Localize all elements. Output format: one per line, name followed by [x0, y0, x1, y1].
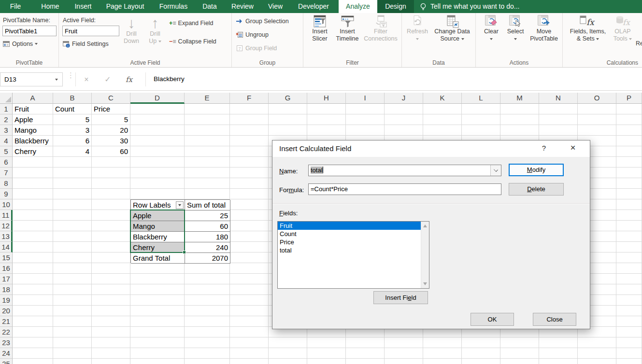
- row-header-9[interactable]: 9: [0, 189, 13, 199]
- pivot-row-label-3[interactable]: Blackberry: [131, 232, 185, 242]
- column-header-F[interactable]: F: [230, 93, 269, 104]
- cell-A5[interactable]: Cherry: [13, 146, 53, 157]
- row-header-3[interactable]: 3: [0, 125, 13, 136]
- name-combo[interactable]: total: [308, 165, 501, 176]
- row-header-18[interactable]: 18: [0, 284, 13, 295]
- listbox-scrollbar[interactable]: [421, 222, 429, 288]
- cell-C1[interactable]: Price: [92, 104, 130, 114]
- modify-button[interactable]: Modify: [509, 164, 564, 176]
- row-labels-filter-button[interactable]: [176, 201, 184, 209]
- row-header-17[interactable]: 17: [0, 274, 13, 284]
- column-header-P[interactable]: P: [616, 93, 642, 104]
- group-field-button[interactable]: 7 Group Field: [236, 45, 277, 52]
- pivot-row-value-1[interactable]: 25: [185, 210, 230, 221]
- name-box[interactable]: D13: [0, 72, 63, 86]
- row-header-10[interactable]: 10: [0, 199, 13, 210]
- dialog-title-bar[interactable]: Insert Calculated Field ? ×: [272, 140, 590, 157]
- cell-C3[interactable]: 20: [92, 125, 130, 136]
- tab-data[interactable]: Data: [196, 0, 223, 13]
- select-button[interactable]: Select: [504, 15, 527, 42]
- column-header-C[interactable]: C: [92, 93, 130, 104]
- formula-bar-content[interactable]: Blackberry: [154, 68, 185, 91]
- column-header-I[interactable]: I: [346, 93, 385, 104]
- cell-C5[interactable]: 60: [92, 146, 130, 157]
- list-item-price[interactable]: Price: [278, 238, 421, 246]
- cell-B4[interactable]: 6: [53, 136, 92, 146]
- pivottable-name-input[interactable]: [2, 26, 57, 36]
- collapse-field-button[interactable]: −≡ Collapse Field: [169, 38, 216, 45]
- field-settings-button[interactable]: i Field Settings: [62, 40, 109, 48]
- change-data-source-button[interactable]: Change DataSource: [430, 15, 474, 42]
- column-header-D[interactable]: D: [130, 93, 185, 104]
- close-icon[interactable]: ×: [566, 140, 580, 155]
- cell-A4[interactable]: Blackberry: [13, 136, 53, 146]
- row-header-16[interactable]: 16: [0, 263, 13, 274]
- list-item-count[interactable]: Count: [278, 230, 421, 238]
- column-header-K[interactable]: K: [423, 93, 462, 104]
- row-header-25[interactable]: 25: [0, 359, 13, 364]
- row-header-6[interactable]: 6: [0, 157, 13, 168]
- scroll-up-icon[interactable]: [423, 224, 427, 227]
- cell-A2[interactable]: Apple: [13, 114, 53, 125]
- tab-formulas[interactable]: Formulas: [153, 0, 194, 13]
- cell-B3[interactable]: 3: [53, 125, 92, 136]
- tab-file[interactable]: File: [2, 0, 29, 13]
- row-header-21[interactable]: 21: [0, 316, 13, 327]
- scroll-down-icon[interactable]: [423, 282, 427, 285]
- row-header-20[interactable]: 20: [0, 306, 13, 316]
- column-header-L[interactable]: L: [462, 93, 500, 104]
- row-header-23[interactable]: 23: [0, 337, 13, 348]
- cell-B2[interactable]: 5: [53, 114, 92, 125]
- pivot-row-label-2[interactable]: Mango: [131, 221, 185, 232]
- ungroup-button[interactable]: Ungroup: [236, 31, 269, 38]
- name-combo-dropdown[interactable]: [490, 165, 501, 176]
- active-field-input[interactable]: [62, 26, 119, 36]
- clear-button[interactable]: Clear: [480, 15, 503, 42]
- select-all-corner[interactable]: [0, 93, 13, 104]
- column-header-H[interactable]: H: [307, 93, 346, 104]
- tab-review[interactable]: Review: [226, 0, 259, 13]
- row-header-4[interactable]: 4: [0, 136, 13, 146]
- row-header-5[interactable]: 5: [0, 146, 13, 157]
- tab-home[interactable]: Home: [35, 0, 66, 13]
- formula-bar-resizer[interactable]: ⋮: [67, 73, 74, 77]
- tab-analyze[interactable]: Analyze: [339, 0, 377, 13]
- column-header-N[interactable]: N: [539, 93, 578, 104]
- tab-page-layout[interactable]: Page Layout: [100, 0, 150, 13]
- list-item-fruit[interactable]: Fruit: [278, 222, 421, 230]
- row-header-1[interactable]: 1: [0, 104, 13, 114]
- cell-C4[interactable]: 30: [92, 136, 130, 146]
- enter-check-icon[interactable]: ✓: [97, 75, 118, 84]
- expand-field-button[interactable]: +≡ Expand Field: [169, 20, 214, 27]
- row-header-11[interactable]: 11: [0, 210, 13, 221]
- cell-B1[interactable]: Count: [53, 104, 92, 114]
- column-header-B[interactable]: B: [53, 93, 92, 104]
- move-pivottable-button[interactable]: MovePivotTable: [527, 15, 561, 42]
- pivot-row-value-2[interactable]: 60: [185, 221, 230, 232]
- drill-down-button[interactable]: ↓ DrillDown: [121, 16, 142, 45]
- column-header-M[interactable]: M: [500, 93, 539, 104]
- list-item-total[interactable]: total: [278, 246, 421, 254]
- column-header-A[interactable]: A: [13, 93, 53, 104]
- insert-field-button[interactable]: Insert Field: [373, 291, 428, 304]
- pivot-row-value-5[interactable]: 2070: [185, 253, 230, 264]
- insert-timeline-button[interactable]: InsertTimeline: [333, 15, 361, 42]
- formula-input[interactable]: =Count*Price: [308, 183, 501, 195]
- row-header-12[interactable]: 12: [0, 221, 13, 231]
- tab-design[interactable]: Design: [377, 0, 414, 13]
- fields-listbox[interactable]: Fruit Count Price total: [277, 221, 429, 289]
- tell-me-box[interactable]: Tell me what you want to do...: [419, 0, 519, 13]
- column-header-O[interactable]: O: [578, 93, 616, 104]
- insert-function-icon[interactable]: fx: [118, 75, 140, 84]
- pivot-header-row-labels[interactable]: Row Labels: [131, 200, 185, 210]
- drill-up-button[interactable]: ↑ DrillUp: [144, 16, 166, 45]
- fields-items-sets-button[interactable]: fx Fields, Items,& Sets: [567, 15, 609, 42]
- cancel-icon[interactable]: ×: [76, 75, 97, 84]
- filter-connections-button[interactable]: FilterConnections: [361, 15, 400, 42]
- row-header-13[interactable]: 13: [0, 231, 13, 242]
- pivot-row-label-4[interactable]: Cherry: [131, 242, 185, 253]
- options-button[interactable]: Options: [2, 40, 38, 48]
- help-icon[interactable]: ?: [537, 140, 551, 156]
- insert-slicer-button[interactable]: InsertSlicer: [307, 15, 332, 42]
- row-header-8[interactable]: 8: [0, 178, 13, 189]
